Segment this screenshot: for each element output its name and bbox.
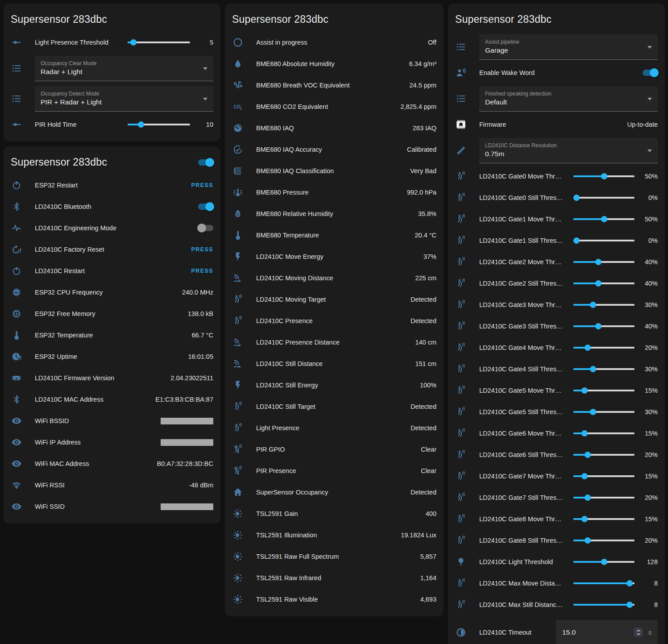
entity-row-ld2410c-gate7-move-thr[interactable]: LD2410C Gate7 Move Thr…15% (448, 465, 665, 487)
entity-row-firmware[interactable]: FirmwareUp-to-date (448, 114, 665, 135)
slider-light-presence-threshold[interactable] (128, 39, 190, 46)
slider-ld2410c-light-threshold[interactable] (573, 558, 635, 565)
entity-row-ld2410c-still-target[interactable]: LD2410C Still TargetDetected (225, 396, 444, 417)
entity-row-bme680-breath-voc-equivalent[interactable]: BME680 Breath VOC Equivalent24.5 ppm (225, 75, 444, 96)
entity-row-supersensor-occupancy[interactable]: SuperSensor OccupancyDetected (225, 482, 444, 503)
entity-row-ld2410c-still-distance[interactable]: LD2410C Still Distance151 cm (225, 353, 444, 374)
entity-row-ld2410c-gate8-move-thr[interactable]: LD2410C Gate8 Move Thr…15% (448, 508, 665, 530)
slider-ld2410c-gate5-still-thres[interactable] (573, 408, 635, 415)
entity-row-light-presence-threshold[interactable]: Light Presence Threshold5 (4, 32, 220, 53)
slider-thumb[interactable] (595, 259, 602, 265)
slider-ld2410c-gate8-move-thr[interactable] (573, 515, 635, 523)
entity-row-bme680-relative-humidity[interactable]: BME680 Relative Humidity35.8% (225, 203, 444, 224)
slider-ld2410c-gate7-move-thr[interactable] (573, 473, 635, 480)
slider-ld2410c-gate5-move-thr[interactable] (573, 387, 635, 394)
entity-row-bme680-iaq-accuracy[interactable]: BME680 IAQ AccuracyCalibrated (225, 139, 444, 160)
entity-row-assist-pipeline[interactable]: Assist pipelineGarage (448, 32, 665, 62)
entity-row-ld2410c-light-threshold[interactable]: LD2410C Light Threshold128 (448, 551, 665, 573)
entity-row-light-presence[interactable]: Light PresenceDetected (225, 417, 444, 439)
entity-row-ld2410c-gate7-still-thres[interactable]: LD2410C Gate7 Still Thres…20% (448, 487, 665, 508)
slider-ld2410c-gate4-move-thr[interactable] (573, 344, 635, 351)
entity-row-tsl2591-illumination[interactable]: TSL2591 Illumination19.1824 Lux (225, 524, 444, 546)
entity-row-ld2410c-gate1-still-thres[interactable]: LD2410C Gate1 Still Thres…0% (448, 230, 665, 251)
entity-row-ld2410c-firmware-version[interactable]: LD2410C Firmware Version2.04.23022511 (4, 367, 220, 389)
entity-row-ld2410c-moving-distance[interactable]: LD2410C Moving Distance225 cm (225, 267, 444, 289)
slider-thumb[interactable] (627, 602, 633, 608)
slider-thumb[interactable] (581, 430, 588, 436)
entity-row-ld2410c-gate2-move-thr[interactable]: LD2410C Gate2 Move Thr…40% (448, 251, 665, 273)
entity-row-esp32-uptime[interactable]: ESP32 Uptime16:01:05 (4, 346, 220, 367)
entity-row-tsl2591-raw-visible[interactable]: TSL2591 Raw Visible4,693 (225, 589, 444, 610)
press-button[interactable]: PRESS (191, 246, 213, 253)
entity-row-ld2410c-moving-target[interactable]: LD2410C Moving TargetDetected (225, 289, 444, 310)
slider-thumb[interactable] (590, 302, 596, 308)
card-header-toggle[interactable] (198, 159, 213, 166)
entity-row-ld2410c-move-energy[interactable]: LD2410C Move Energy37% (225, 246, 444, 267)
entity-row-bme680-temperature[interactable]: BME680 Temperature20.4 °C (225, 224, 444, 246)
slider-ld2410c-gate2-move-thr[interactable] (573, 258, 635, 266)
slider-thumb[interactable] (595, 323, 602, 329)
slider-ld2410c-gate7-still-thres[interactable] (573, 494, 635, 501)
entity-row-ld2410c-engineering-mode[interactable]: LD2410C Engineering Mode (4, 217, 220, 239)
select-ld2410c-distance-resolution[interactable]: LD2410C Distance Resolution0.75m (479, 138, 658, 163)
entity-row-ld2410c-gate5-move-thr[interactable]: LD2410C Gate5 Move Thr…15% (448, 380, 665, 401)
entity-row-esp32-cpu-frequency[interactable]: 32ESP32 CPU Frequency240.0 MHz (4, 282, 220, 303)
toggle-enable-wake-word[interactable] (643, 70, 658, 76)
slider-thumb[interactable] (585, 537, 591, 544)
entity-row-assist-in-progress[interactable]: Assist in progressOff (225, 32, 444, 53)
entity-row-ld2410c-gate5-still-thres[interactable]: LD2410C Gate5 Still Thres…30% (448, 401, 665, 423)
slider-ld2410c-gate0-still-thres[interactable] (573, 194, 635, 201)
entity-row-ld2410c-gate0-still-thres[interactable]: LD2410C Gate0 Still Thres…0% (448, 187, 665, 208)
slider-ld2410c-gate3-move-thr[interactable] (573, 301, 635, 308)
slider-ld2410c-gate8-still-thres[interactable] (573, 537, 635, 544)
select-assist-pipeline[interactable]: Assist pipelineGarage (479, 34, 658, 60)
entity-row-wifi-rssi[interactable]: WiFi RSSI-48 dBm (4, 474, 220, 496)
entity-row-wifi-bssid[interactable]: WiFi BSSID (4, 410, 220, 432)
entity-row-pir-presence[interactable]: PIR PresenceClear (225, 460, 444, 482)
toggle-ld2410c-engineering-mode[interactable] (198, 225, 213, 231)
entity-row-ld2410c-gate1-move-thr[interactable]: LD2410C Gate1 Move Thr…50% (448, 208, 665, 230)
toggle-ld2410c-bluetooth[interactable] (198, 204, 213, 210)
slider-ld2410c-gate1-move-thr[interactable] (573, 216, 635, 223)
entity-row-pir-hold-time[interactable]: PIR Hold Time10 (4, 114, 220, 135)
entity-row-esp32-temperature[interactable]: ESP32 Temperature66.7 °C (4, 324, 220, 346)
slider-thumb[interactable] (590, 366, 596, 372)
entity-row-ld2410c-gate4-move-thr[interactable]: LD2410C Gate4 Move Thr…20% (448, 337, 665, 358)
slider-thumb[interactable] (581, 387, 588, 394)
slider-thumb[interactable] (585, 494, 591, 501)
entity-row-bme680-absolute-humidity[interactable]: BME680 Absolute Humidity6.34 g/m³ (225, 53, 444, 75)
entity-row-ld2410c-distance-resolution[interactable]: LD2410C Distance Resolution0.75m (448, 135, 665, 166)
slider-ld2410c-gate6-move-thr[interactable] (573, 430, 635, 437)
entity-row-bme680-iaq-classification[interactable]: BME680 IAQ ClassificationVery Bad (225, 160, 444, 182)
slider-pir-hold-time[interactable] (128, 121, 190, 128)
select-occupancy-clear-mode[interactable]: Occupancy Clear ModeRadar + Light (35, 56, 213, 81)
stepper-icon[interactable] (634, 627, 643, 637)
slider-thumb[interactable] (601, 559, 607, 565)
slider-ld2410c-gate1-still-thres[interactable] (573, 237, 635, 244)
entity-row-ld2410c-presence[interactable]: LD2410C PresenceDetected (225, 310, 444, 332)
entity-row-ld2410c-mac-address[interactable]: LD2410C MAC AddressE1:C3:B3:CB:BA:87 (4, 389, 220, 410)
entity-row-occupancy-detect-mode[interactable]: Occupancy Detect ModePIR + Radar + Light (4, 83, 220, 114)
entity-row-bme680-iaq[interactable]: BME680 IAQ283 IAQ (225, 117, 444, 139)
slider-ld2410c-gate2-still-thres[interactable] (573, 280, 635, 287)
entity-row-pir-gpio[interactable]: PIR GPIOClear (225, 439, 444, 460)
slider-ld2410c-gate3-still-thres[interactable] (573, 323, 635, 330)
slider-ld2410c-gate0-move-thr[interactable] (573, 173, 635, 180)
number-value[interactable]: 15.0 (562, 628, 628, 636)
slider-thumb[interactable] (601, 216, 607, 222)
slider-ld2410c-gate4-still-thres[interactable] (573, 366, 635, 373)
entity-row-tsl2591-gain[interactable]: TSL2591 Gain400 (225, 503, 444, 524)
entity-row-esp32-restart[interactable]: ESP32 RestartPRESS (4, 175, 220, 196)
slider-thumb[interactable] (130, 39, 137, 46)
slider-thumb[interactable] (590, 409, 596, 415)
entity-row-ld2410c-gate8-still-thres[interactable]: LD2410C Gate8 Still Thres…20% (448, 530, 665, 551)
slider-ld2410c-max-move-dista[interactable] (573, 580, 635, 587)
entity-row-ld2410c-gate6-move-thr[interactable]: LD2410C Gate6 Move Thr…15% (448, 423, 665, 444)
slider-thumb[interactable] (581, 516, 588, 522)
entity-row-ld2410c-presence-distance[interactable]: LD2410C Presence Distance140 cm (225, 332, 444, 353)
press-button[interactable]: PRESS (191, 182, 213, 188)
entity-row-ld2410c-gate6-still-thres[interactable]: LD2410C Gate6 Still Thres…20% (448, 444, 665, 465)
entity-row-ld2410c-gate4-still-thres[interactable]: LD2410C Gate4 Still Thres…30% (448, 358, 665, 380)
slider-thumb[interactable] (581, 473, 588, 479)
number-input-ld2410c-timeout[interactable]: 15.0s (556, 620, 658, 644)
